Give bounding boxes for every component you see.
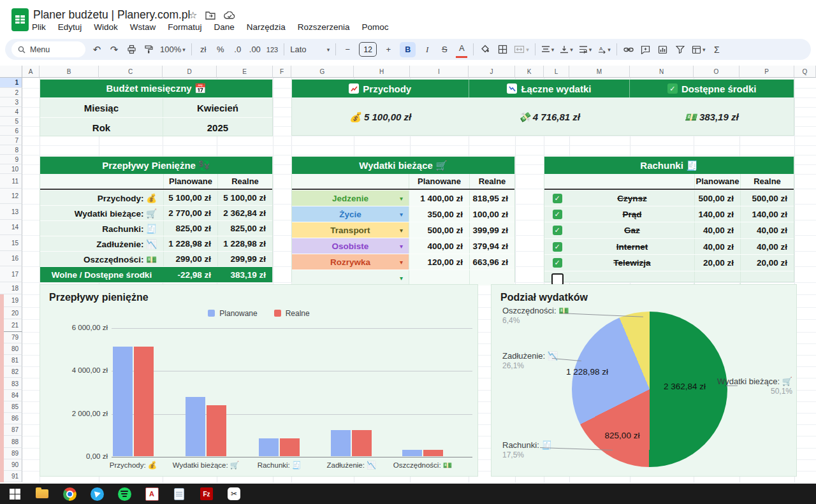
cell-przychody-value[interactable]: 💰 5 100,00 zł (292, 97, 469, 136)
text-rotation-button[interactable]: A▾ (597, 42, 611, 57)
bar-planned[interactable] (113, 347, 133, 456)
summary-header-dostepne-srodki[interactable]: ✓ Dostępne środki (630, 80, 794, 97)
menu-formatuj[interactable]: Formatuj (168, 22, 201, 32)
column-header[interactable]: F (273, 66, 291, 78)
cashflow-title-cell[interactable]: Przepływy Pieniężne 💱 (40, 157, 272, 174)
cell-category-dropdown[interactable]: Życie▾ (292, 206, 409, 222)
table-views-button[interactable]: ▾ (692, 42, 706, 57)
bill-checkbox[interactable]: ✓ (544, 255, 570, 271)
row-header[interactable]: 13 (0, 204, 22, 220)
bar-planned[interactable] (186, 397, 205, 456)
bill-checkbox[interactable]: ✓ (544, 206, 570, 222)
telegram-icon[interactable] (90, 487, 104, 501)
cell-expense-real[interactable]: 100,00 zł (469, 206, 514, 222)
capcut-icon[interactable]: ✂ (227, 487, 241, 501)
bill-checkbox[interactable]: ✓ (544, 222, 570, 238)
cell-category-dropdown-empty[interactable]: ▾ (292, 270, 409, 285)
cell-cashflow-label[interactable]: Wydatki bieżące: 🛒 (40, 206, 163, 220)
insert-link-button[interactable] (623, 42, 634, 57)
bar-real[interactable] (352, 430, 372, 456)
borders-button[interactable] (497, 42, 508, 57)
pie-chart-panel[interactable]: Podział wydatków 2 362,84 zł 825,00 zł 1… (491, 284, 797, 477)
cell-budget-label[interactable]: Miesiąc (40, 98, 163, 117)
bold-button[interactable]: B (400, 42, 416, 57)
row-header[interactable]: 8 (0, 145, 22, 155)
cell-expense-real[interactable]: 663,96 zł (469, 254, 514, 270)
cell-budget-label[interactable]: Rok (40, 118, 163, 137)
sheets-logo-icon[interactable] (11, 8, 29, 31)
menu-plik[interactable]: Plik (32, 22, 46, 32)
select-all-corner[interactable] (0, 66, 22, 78)
cell-expense-planned[interactable]: 500,00 zł (409, 222, 469, 238)
cell-expense-planned[interactable]: 350,00 zł (409, 206, 469, 222)
row-header[interactable]: 1 (0, 78, 22, 88)
column-header[interactable]: A (22, 66, 40, 78)
menu-pomoc[interactable]: Pomoc (361, 22, 388, 32)
insert-chart-button[interactable] (657, 42, 669, 57)
cell-dostepne-srodki-value[interactable]: 💵 383,19 zł (630, 97, 794, 136)
decrease-font-size-button[interactable]: − (342, 42, 353, 57)
undo-button[interactable]: ↶ (91, 42, 103, 57)
decrease-decimals-button[interactable]: .0 (232, 42, 244, 57)
cell-cashflow-real[interactable]: 1 228,98 zł (217, 236, 272, 251)
cell-cashflow-total-planned[interactable]: -22,98 zł (163, 267, 217, 282)
cell-expense-real[interactable]: 379,94 zł (469, 238, 514, 254)
filezilla-icon[interactable]: Fz (200, 487, 214, 501)
row-header[interactable]: 6 (0, 126, 22, 136)
text-color-button[interactable]: A (456, 41, 467, 58)
menu-widok[interactable]: Widok (94, 22, 118, 32)
cell-bill-name[interactable]: Czynsz (570, 191, 694, 206)
cell-bill-real[interactable]: 500,00 zł (740, 191, 794, 206)
cell-category-dropdown[interactable]: Jedzenie▾ (292, 191, 409, 206)
cell-bill-planned[interactable]: 40,00 zł (694, 222, 740, 238)
menu-dane[interactable]: Dane (214, 22, 235, 32)
row-header[interactable]: 16 (0, 251, 22, 266)
expenses-col-planowane[interactable]: Planowane (409, 174, 469, 189)
column-header[interactable]: E (217, 66, 273, 78)
cashflow-col-planowane[interactable]: Planowane (163, 174, 217, 189)
cell-expense-planned[interactable]: 400,00 zł (409, 238, 469, 254)
notepad-icon[interactable] (172, 487, 186, 501)
text-wrap-button[interactable]: ▾ (579, 42, 592, 57)
cell-cashflow-label[interactable]: Przychody: 💰 (40, 191, 163, 205)
cell-cashflow-label[interactable]: Rachunki: 🧾 (40, 221, 163, 236)
cell-bill-real[interactable]: 40,00 zł (740, 239, 794, 254)
bar-real[interactable] (207, 405, 226, 456)
zoom-select[interactable]: 100% ▾ (160, 42, 186, 57)
row-header[interactable]: 5 (0, 117, 22, 126)
row-header[interactable]: 9 (0, 155, 22, 164)
column-header[interactable]: B (40, 66, 99, 78)
fill-color-button[interactable] (479, 42, 491, 57)
column-header[interactable]: N (630, 66, 694, 78)
column-header[interactable]: I (410, 66, 469, 78)
italic-button[interactable]: I (421, 42, 433, 57)
cell-bill-name[interactable]: Telewizja (570, 255, 694, 271)
image-viewer-icon[interactable]: A (145, 487, 159, 501)
cell-cashflow-label[interactable]: Zadłużenie: 📉 (40, 236, 163, 251)
column-header[interactable]: O (694, 66, 740, 78)
chrome-icon[interactable] (62, 487, 76, 501)
start-button[interactable] (8, 487, 22, 501)
cell-bill-name[interactable]: Gaz (570, 222, 694, 238)
column-header[interactable]: L (544, 66, 569, 78)
bar-real[interactable] (423, 450, 443, 456)
cell-bill-name[interactable]: Prąd (570, 206, 694, 222)
vertical-align-button[interactable]: ▾ (560, 42, 573, 57)
row-header[interactable]: 14 (0, 220, 22, 235)
column-header[interactable]: M (569, 66, 630, 78)
cell-expense-planned[interactable]: 120,00 zł (409, 254, 469, 270)
column-header[interactable]: P (740, 66, 794, 78)
star-icon[interactable]: ☆ (189, 10, 197, 21)
column-header[interactable]: G (291, 66, 354, 78)
cell-empty[interactable] (469, 270, 514, 285)
cell-expense-planned[interactable]: 1 400,00 zł (409, 191, 469, 206)
cell-cashflow-total-real[interactable]: 383,19 zł (217, 267, 272, 282)
cell-bill-name[interactable]: Internet (570, 239, 694, 254)
cell-cashflow-planned[interactable]: 1 228,98 zł (163, 236, 217, 251)
cell-cashflow-real[interactable]: 2 362,84 zł (217, 206, 272, 220)
functions-button[interactable]: Σ (711, 42, 722, 57)
cell-expense-real[interactable]: 818,95 zł (469, 191, 514, 206)
bill-checkbox[interactable]: ✓ (544, 191, 570, 206)
increase-font-size-button[interactable]: + (382, 42, 394, 57)
row-header[interactable]: 17 (0, 266, 22, 282)
